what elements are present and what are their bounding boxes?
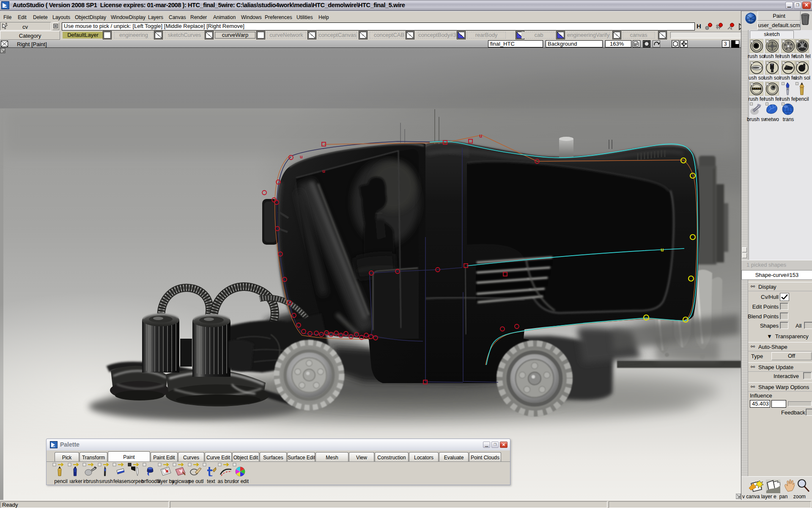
- svg-text:u: u: [661, 247, 664, 253]
- svg-text:3: 3: [724, 41, 727, 47]
- svg-text:u: u: [479, 133, 482, 139]
- svg-text:u: u: [322, 168, 325, 174]
- svg-text:u: u: [300, 154, 303, 159]
